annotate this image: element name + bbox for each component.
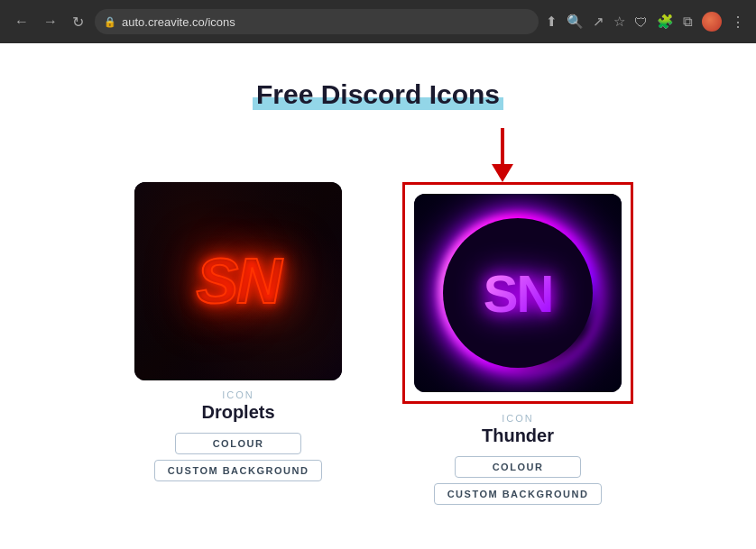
browser-chrome: ← → ↻ 🔒 auto.creavite.co/icons ⬆ 🔍 ↗ ☆ 🛡…	[0, 0, 756, 43]
profile-icon[interactable]	[702, 12, 722, 32]
page-title: Free Discord Icons	[253, 79, 503, 110]
droplets-name: Droplets	[201, 402, 274, 423]
red-arrow	[492, 128, 513, 182]
arrow-head	[492, 164, 513, 182]
droplets-text: SN	[196, 245, 280, 317]
zoom-icon[interactable]: 🔍	[567, 14, 584, 30]
forward-button[interactable]: →	[40, 10, 61, 33]
thunder-custom-bg-button[interactable]: CUSTOM BACKGROUND	[434, 483, 603, 505]
arrow-container	[116, 128, 640, 182]
url-text: auto.creavite.co/icons	[122, 15, 235, 29]
address-bar[interactable]: 🔒 auto.creavite.co/icons	[95, 9, 539, 34]
lock-icon: 🔒	[104, 16, 116, 28]
thunder-type-label: ICON	[502, 413, 534, 424]
menu-icon[interactable]: ⋮	[731, 14, 745, 31]
star-icon[interactable]: ☆	[613, 14, 625, 30]
window-icon[interactable]: ⧉	[683, 14, 693, 30]
puzzle-icon[interactable]: 🧩	[657, 14, 674, 30]
share-icon[interactable]: ↗	[593, 14, 604, 30]
droplets-custom-bg-button[interactable]: CUSTOM BACKGROUND	[154, 460, 323, 481]
droplets-colour-button[interactable]: COLOUR	[175, 433, 301, 454]
thunder-image[interactable]: SN	[414, 194, 622, 392]
droplets-image[interactable]: SN	[134, 182, 342, 380]
arrow-line	[501, 128, 504, 164]
selected-border: SN	[402, 182, 633, 404]
back-button[interactable]: ←	[11, 10, 32, 33]
shield-icon[interactable]: 🛡	[634, 14, 648, 30]
icon-card-thunder: SN ICON Thunder COLOUR CUSTOM BACKGROUND	[401, 182, 635, 508]
icon-card-droplets: SN ICON Droplets COLOUR CUSTOM BACKGROUN…	[121, 182, 355, 508]
droplets-type-label: ICON	[222, 389, 254, 400]
thunder-text: SN	[484, 263, 553, 324]
page-content: Free Discord Icons SN ICON Droplets COLO…	[0, 43, 756, 535]
refresh-button[interactable]: ↻	[69, 10, 88, 34]
thunder-colour-button[interactable]: COLOUR	[455, 456, 581, 478]
cards-container: SN ICON Droplets COLOUR CUSTOM BACKGROUN…	[121, 182, 635, 508]
download-icon[interactable]: ⬆	[546, 14, 558, 30]
thunder-circle: SN	[441, 216, 595, 370]
thunder-name: Thunder	[482, 425, 554, 446]
browser-toolbar: ⬆ 🔍 ↗ ☆ 🛡 🧩 ⧉ ⋮	[546, 12, 745, 32]
